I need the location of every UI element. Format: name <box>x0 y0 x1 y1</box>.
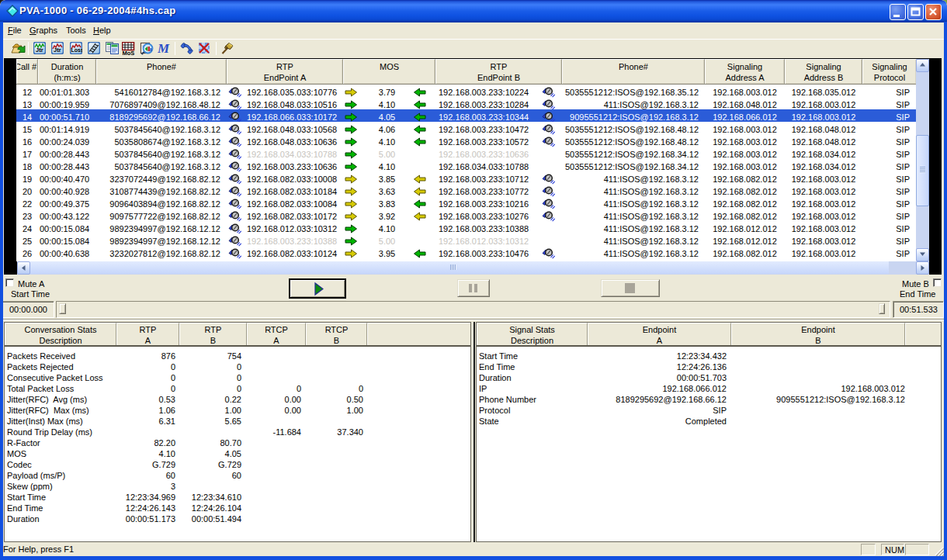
svg-text:Jtr: Jtr <box>36 47 43 54</box>
svg-text:MoS: MoS <box>123 50 135 55</box>
svg-text:Loss: Loss <box>71 47 83 53</box>
svg-text:M: M <box>158 42 170 55</box>
svg-text:Jtr: Jtr <box>54 47 61 54</box>
